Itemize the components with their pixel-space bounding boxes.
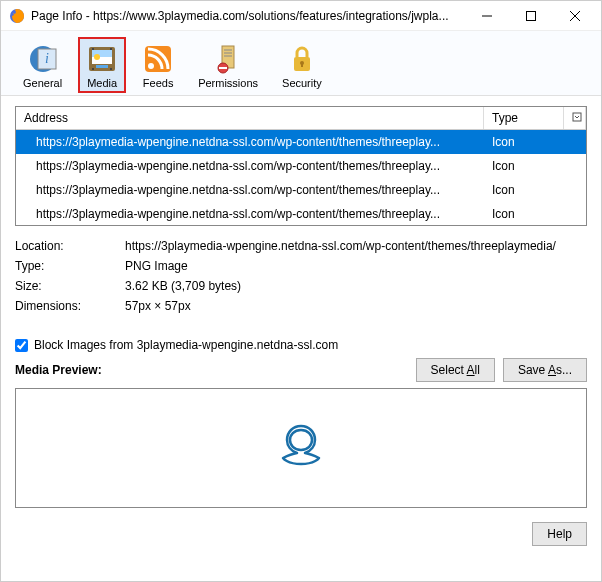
bottom-bar: Help	[1, 514, 601, 554]
table-row[interactable]: https://3playmedia-wpengine.netdna-ssl.c…	[16, 202, 586, 225]
cell-type: Icon	[484, 181, 564, 199]
tab-media[interactable]: Media	[78, 37, 126, 93]
block-images-label: Block Images from 3playmedia-wpengine.ne…	[34, 338, 338, 352]
svg-rect-24	[219, 67, 227, 69]
media-table: Address Type https://3playmedia-wpengine…	[15, 106, 587, 226]
table-row[interactable]: https://3playmedia-wpengine.netdna-ssl.c…	[16, 130, 586, 154]
permissions-icon	[212, 43, 244, 75]
block-images-checkbox[interactable]	[15, 339, 28, 352]
save-as-button[interactable]: Save As...	[503, 358, 587, 382]
cell-type: Icon	[484, 205, 564, 223]
media-icon	[86, 43, 118, 75]
svg-rect-28	[573, 113, 581, 121]
table-body[interactable]: https://3playmedia-wpengine.netdna-ssl.c…	[16, 130, 586, 225]
close-button[interactable]	[553, 2, 597, 30]
svg-point-11	[94, 54, 100, 60]
tab-permissions[interactable]: Permissions	[190, 37, 266, 93]
media-preview	[15, 388, 587, 508]
title-bar: Page Info - https://www.3playmedia.com/s…	[1, 1, 601, 31]
cell-address: https://3playmedia-wpengine.netdna-ssl.c…	[16, 133, 484, 151]
location-value: https://3playmedia-wpengine.netdna-ssl.c…	[125, 239, 587, 253]
cell-address: https://3playmedia-wpengine.netdna-ssl.c…	[16, 157, 484, 175]
svg-point-18	[148, 63, 154, 69]
svg-rect-15	[92, 68, 94, 70]
column-address[interactable]: Address	[16, 107, 484, 129]
tab-label: Security	[282, 77, 322, 89]
type-value: PNG Image	[125, 259, 587, 273]
minimize-button[interactable]	[465, 2, 509, 30]
tab-label: General	[23, 77, 62, 89]
content-area: Address Type https://3playmedia-wpengine…	[1, 96, 601, 514]
feeds-icon	[142, 43, 174, 75]
preview-image-icon	[273, 418, 330, 478]
svg-rect-27	[301, 63, 303, 67]
table-row[interactable]: https://3playmedia-wpengine.netdna-ssl.c…	[16, 178, 586, 202]
cell-type: Icon	[484, 157, 564, 175]
size-value: 3.62 KB (3,709 bytes)	[125, 279, 587, 293]
window-title: Page Info - https://www.3playmedia.com/s…	[31, 9, 465, 23]
firefox-icon	[9, 8, 25, 24]
help-button[interactable]: Help	[532, 522, 587, 546]
column-picker-icon[interactable]	[564, 107, 586, 129]
maximize-button[interactable]	[509, 2, 553, 30]
tab-label: Media	[87, 77, 117, 89]
svg-rect-2	[527, 11, 536, 20]
table-row[interactable]: https://3playmedia-wpengine.netdna-ssl.c…	[16, 154, 586, 178]
preview-header: Media Preview: Select All Save As...	[15, 358, 587, 382]
select-all-button[interactable]: Select All	[416, 358, 495, 382]
svg-rect-14	[110, 48, 112, 50]
svg-rect-16	[110, 68, 112, 70]
svg-text:i: i	[45, 51, 49, 66]
cell-type: Icon	[484, 133, 564, 151]
location-label: Location:	[15, 239, 125, 253]
tab-toolbar: i General Media Feeds Permissions Securi…	[1, 31, 601, 96]
svg-rect-13	[92, 48, 94, 50]
dimensions-label: Dimensions:	[15, 299, 125, 313]
details-panel: Location:https://3playmedia-wpengine.net…	[15, 236, 587, 316]
tab-security[interactable]: Security	[274, 37, 330, 93]
tab-label: Permissions	[198, 77, 258, 89]
cell-address: https://3playmedia-wpengine.netdna-ssl.c…	[16, 181, 484, 199]
media-preview-label: Media Preview:	[15, 363, 408, 377]
tab-feeds[interactable]: Feeds	[134, 37, 182, 93]
dimensions-value: 57px × 57px	[125, 299, 587, 313]
cell-address: https://3playmedia-wpengine.netdna-ssl.c…	[16, 205, 484, 223]
info-icon: i	[27, 43, 59, 75]
size-label: Size:	[15, 279, 125, 293]
svg-rect-12	[96, 65, 108, 68]
tab-label: Feeds	[143, 77, 174, 89]
type-label: Type:	[15, 259, 125, 273]
security-icon	[286, 43, 318, 75]
table-header: Address Type	[16, 107, 586, 130]
block-images-row: Block Images from 3playmedia-wpengine.ne…	[15, 338, 587, 352]
tab-general[interactable]: i General	[15, 37, 70, 93]
column-type[interactable]: Type	[484, 107, 564, 129]
window-buttons	[465, 2, 597, 30]
